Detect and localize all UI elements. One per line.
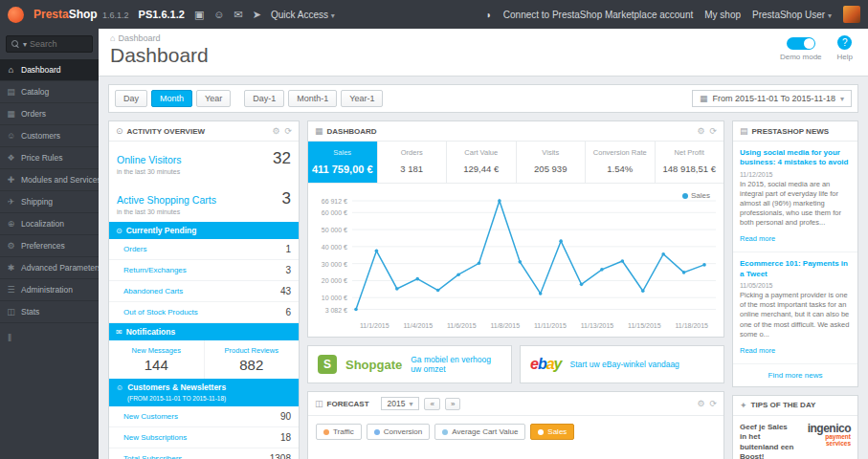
sidebar-item-customers[interactable]: ☺Customers (0, 125, 99, 147)
date-range-label: From 2015-11-01 To 2015-11-18 (712, 94, 835, 103)
product-reviews-value: 882 (207, 357, 298, 373)
kpi-cart-value[interactable]: Cart Value129,44 € (447, 142, 517, 183)
row-label: Total Subscribers (123, 454, 182, 459)
user-avatar[interactable] (843, 6, 860, 23)
brand-version: 1.6.1.2 (102, 11, 129, 20)
pending-orders-row[interactable]: Orders1 (109, 239, 299, 260)
y-tick-label: 30 000 € (322, 260, 347, 267)
sidebar-collapse-button[interactable]: ‖ (0, 323, 99, 353)
abandoned-carts-row[interactable]: Abandoned Carts43 (109, 281, 299, 302)
forecast-year-select[interactable]: 2015 ▾ (381, 397, 420, 410)
find-more-news-link[interactable]: Find more news (733, 364, 857, 386)
new-customers-row[interactable]: New Customers90 (109, 406, 299, 427)
gear-icon[interactable]: ⚙ (272, 126, 279, 136)
shopgate-module-ad[interactable]: S Shopgate Ga mobiel en verhoog uw omzet (307, 345, 512, 383)
new-messages-cell[interactable]: New Messages 144 (109, 340, 204, 379)
forecast-toggle-conversion[interactable]: Conversion (367, 424, 430, 440)
filter-year-1-button[interactable]: Year-1 (341, 90, 383, 107)
sidebar-item-label: Localization (21, 219, 64, 229)
sales-line-chart[interactable] (352, 193, 716, 319)
gear-icon[interactable]: ⚙ (697, 399, 704, 408)
x-tick-label: 11/15/2015 (628, 322, 661, 329)
refresh-icon[interactable]: ⟳ (709, 399, 717, 408)
breadcrumb-label: Dashboard (118, 33, 160, 43)
news-article-title[interactable]: Ecommerce 101: Payments in a Tweet (740, 259, 851, 279)
top-bar: PrestaShop 1.6.1.2 PS1.6.1.2 ▣ ☺ ✉ ➤ Qui… (0, 0, 868, 29)
filter-year-button[interactable]: Year (196, 90, 231, 107)
customers-newsletters-title: Customers & Newsletters (127, 382, 226, 392)
sidebar-item-dashboard[interactable]: ⌂Dashboard (0, 59, 99, 81)
sidebar-item-advanced-parameters[interactable]: ✱Advanced Parameters (0, 257, 99, 279)
user-menu[interactable]: PrestaShop User ▾ (752, 10, 832, 20)
search-input[interactable] (30, 39, 81, 49)
sidebar-item-stats[interactable]: ◫Stats (0, 301, 99, 323)
filter-day-button[interactable]: Day (115, 90, 147, 107)
gear-icon[interactable]: ⚙ (697, 126, 704, 136)
sidebar-item-modules[interactable]: ✚Modules and Services (0, 169, 99, 191)
sidebar-item-orders[interactable]: ▦Orders (0, 103, 99, 125)
filter-month-1-button[interactable]: Month-1 (288, 90, 337, 107)
wrench-icon: ✱ (6, 263, 16, 273)
customers-newsletters-subtitle: (FROM 2015-11-01 TO 2015-11-18) (127, 396, 292, 403)
sidebar-item-label: Shipping (21, 197, 53, 207)
orders-notification-icon[interactable]: ▣ (194, 9, 204, 21)
breadcrumb[interactable]: ⌂Dashboard (110, 33, 857, 43)
active-carts-stat[interactable]: Active Shopping Carts 3 (109, 182, 299, 208)
sidebar-item-administration[interactable]: ☰Administration (0, 279, 99, 301)
forecast-next-button[interactable]: » (445, 398, 460, 410)
sidebar-item-catalog[interactable]: ▤Catalog (0, 81, 99, 103)
kpi-net-profit[interactable]: Net Profit148 918,51 € (656, 142, 724, 183)
tips-headline: Geef je Sales in het buitenland een Boos… (740, 423, 794, 459)
sidebar-item-label: Administration (21, 285, 73, 295)
ebay-module-ad[interactable]: ebay Start uw eBay-winkel vandaag (520, 345, 724, 383)
sidebar-menu: ⌂Dashboard ▤Catalog ▦Orders ☺Customers ❖… (0, 59, 99, 323)
kpi-visits[interactable]: Visits205 939 (517, 142, 587, 183)
chevron-down-icon[interactable]: ▾ (23, 40, 27, 49)
sidebar-item-preferences[interactable]: ⚙Preferences (0, 235, 99, 257)
forecast-toggle-sales[interactable]: Sales (530, 424, 574, 440)
quick-access-menu[interactable]: Quick Access ▾ (271, 10, 335, 20)
forecast-toggle-average-cart-value[interactable]: Average Cart Value (434, 424, 525, 440)
out-of-stock-row[interactable]: Out of Stock Products6 (109, 302, 299, 323)
total-subscribers-row[interactable]: Total Subscribers1308 (109, 448, 299, 459)
filter-day-1-button[interactable]: Day-1 (244, 90, 284, 107)
online-visitors-stat[interactable]: Online Visitors 32 (109, 142, 299, 168)
series-dot-icon (323, 429, 329, 435)
forecast-toggle-traffic[interactable]: Traffic (316, 424, 362, 440)
pending-returns-row[interactable]: Return/Exchanges3 (109, 260, 299, 281)
notifications-header: ✉ Notifications (109, 323, 299, 340)
sidebar-item-shipping[interactable]: ✈Shipping (0, 191, 99, 213)
demo-mode-toggle[interactable] (787, 37, 815, 50)
read-more-link[interactable]: Read more (740, 346, 775, 355)
refresh-icon[interactable]: ⟳ (709, 126, 717, 136)
kpi-orders[interactable]: Orders3 181 (378, 142, 448, 183)
sidebar-item-localization[interactable]: ⊕Localization (0, 213, 99, 235)
new-subscriptions-row[interactable]: New Subscriptions18 (109, 427, 299, 448)
refresh-icon[interactable]: ⟳ (284, 126, 292, 136)
kpi-conversion-rate[interactable]: Conversion Rate1.54% (586, 142, 656, 183)
administration-icon: ☰ (6, 285, 16, 295)
product-reviews-cell[interactable]: Product Reviews 882 (204, 340, 300, 379)
read-more-link[interactable]: Read more (740, 234, 775, 243)
sidebar-item-price-rules[interactable]: ❖Price Rules (0, 147, 99, 169)
x-tick-label: 11/13/2015 (581, 322, 614, 329)
customers-notification-icon[interactable]: ☺ (213, 9, 224, 21)
x-tick-label: 11/1/2015 (360, 322, 389, 329)
messages-notification-icon[interactable]: ✉ (234, 9, 243, 21)
news-article-title[interactable]: Using social media for your business: 4 … (740, 148, 851, 168)
sidebar-search[interactable]: ▾ (6, 35, 93, 53)
my-shop-link[interactable]: My shop (704, 10, 741, 20)
active-carts-sub: in the last 30 minutes (109, 208, 299, 222)
shop-name[interactable]: PS1.6.1.2 (139, 9, 185, 20)
onboarding-rocket-icon[interactable]: ➤ (253, 9, 261, 21)
ebay-link[interactable]: Start uw eBay-winkel vandaag (570, 360, 679, 369)
news-article-excerpt: In 2015, social media are an integral pa… (740, 180, 851, 229)
forecast-prev-button[interactable]: « (424, 398, 439, 410)
filter-month-button[interactable]: Month (151, 90, 192, 107)
date-range-picker[interactable]: ▦ From 2015-11-01 To 2015-11-18 ▾ (692, 90, 852, 107)
shopgate-link[interactable]: Ga mobiel en verhoog uw omzet (411, 355, 501, 374)
marketplace-link[interactable]: Connect to PrestaShop Marketplace accoun… (503, 10, 693, 20)
news-icon: ▤ (740, 126, 748, 136)
help-icon[interactable]: ? (837, 35, 852, 50)
kpi-sales[interactable]: Sales411 759,00 € (308, 142, 378, 183)
